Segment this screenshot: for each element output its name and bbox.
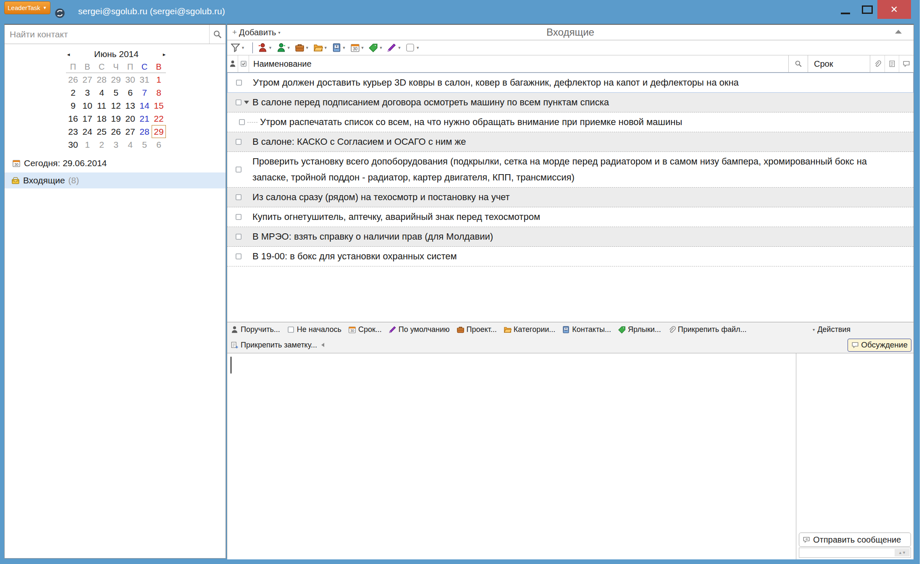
calendar-day[interactable]: 18	[94, 112, 109, 125]
note-editor[interactable]: Отправить сообщение ▲▼	[227, 353, 914, 559]
calendar-filter-button[interactable]: 30▼	[350, 43, 365, 52]
task-checkbox[interactable]	[235, 253, 242, 260]
calendar-day[interactable]: 12	[109, 99, 123, 112]
calendar-day[interactable]: 16	[66, 112, 80, 125]
calendar-day[interactable]: 25	[94, 125, 109, 138]
maximize-button[interactable]	[862, 5, 873, 14]
task-checkbox[interactable]	[235, 213, 242, 221]
pen-action-button[interactable]: По умолчанию	[388, 325, 450, 334]
paperclip-action-button[interactable]: Прикрепить файл...	[668, 325, 747, 334]
task-row[interactable]: В салоне: КАСКО с Согласием и ОСАГО с ни…	[227, 132, 914, 152]
calendar-day[interactable]: 11	[94, 99, 109, 112]
calendar-day[interactable]: 3	[80, 86, 94, 99]
task-row[interactable]: В салоне перед подписанием договора осмо…	[227, 93, 914, 112]
tag-filter-button[interactable]: ▼	[368, 43, 383, 52]
calendar-day[interactable]: 21	[137, 112, 152, 125]
calendar-day[interactable]: 31	[137, 73, 152, 86]
task-row[interactable]: Утром распечатать список со всем, на что…	[227, 112, 914, 132]
note-column-icon[interactable]	[888, 60, 896, 68]
calendar-next-button[interactable]: ▸	[159, 51, 169, 57]
calendar-day[interactable]: 28	[94, 73, 109, 86]
minimize-button[interactable]	[838, 5, 853, 14]
calendar-day[interactable]: 9	[66, 99, 80, 112]
checkbox-action-button[interactable]: Не началось	[287, 325, 341, 334]
search-icon[interactable]	[213, 30, 222, 39]
calendar-day[interactable]: 14	[137, 99, 152, 112]
today-row[interactable]: 30 Сегодня: 29.06.2014	[12, 158, 107, 168]
attach-note-button[interactable]: Прикрепить заметку...	[231, 341, 317, 350]
calendar-day[interactable]: 17	[80, 112, 94, 125]
task-checkbox[interactable]	[235, 193, 242, 201]
contact-filter-button[interactable]: ▼	[332, 43, 346, 52]
task-checkbox[interactable]	[235, 233, 242, 240]
collapse-header-button[interactable]	[895, 30, 902, 34]
task-row[interactable]: Из салона сразу (рядом) на техосмотр и п…	[227, 188, 914, 207]
calendar-day[interactable]: 3	[109, 138, 123, 151]
task-checkbox[interactable]	[235, 79, 243, 86]
discussion-column-icon[interactable]	[903, 60, 910, 68]
calendar-day[interactable]: 13	[123, 99, 137, 112]
contact-search-input[interactable]	[5, 25, 210, 44]
task-checkbox[interactable]	[235, 166, 242, 173]
calendar-day[interactable]: 7	[137, 86, 152, 99]
task-search-icon[interactable]	[795, 60, 802, 68]
calendar-day[interactable]: 29	[109, 73, 123, 86]
calendar-day[interactable]: 30	[66, 138, 80, 151]
folder-action-button[interactable]: Категории...	[504, 325, 555, 334]
calendar-day[interactable]: 26	[66, 73, 80, 86]
filter-filter-button[interactable]: ▼	[231, 43, 245, 52]
calendar-day-today[interactable]: 29	[152, 125, 166, 138]
task-row[interactable]: В 19-00: в бокс для установки охранных с…	[227, 247, 914, 266]
calendar-day[interactable]: 1	[152, 73, 166, 86]
calendar-day[interactable]: 26	[109, 125, 123, 138]
calendar-day[interactable]: 6	[152, 138, 166, 151]
sync-icon[interactable]	[55, 8, 65, 18]
calendar-day[interactable]: 27	[123, 125, 137, 138]
calendar-day[interactable]: 24	[80, 125, 94, 138]
close-button[interactable]: ✕	[877, 0, 911, 19]
spinner-icon[interactable]: ▲▼	[895, 549, 910, 556]
folder-filter-button[interactable]: ▼	[313, 43, 328, 52]
person-red-filter-button[interactable]: ▼	[258, 43, 272, 52]
contact-action-button[interactable]: Контакты...	[562, 325, 611, 334]
actions-menu-button[interactable]: ▾Действия	[813, 325, 850, 334]
tag-action-button[interactable]: Ярлыки...	[618, 325, 661, 334]
collapse-left-icon[interactable]	[321, 343, 324, 347]
calendar-day[interactable]: 5	[137, 138, 152, 151]
expander-icon[interactable]	[244, 101, 249, 104]
blank-filter-button[interactable]: ▼	[405, 43, 420, 52]
calendar-day[interactable]: 27	[80, 73, 94, 86]
status-column-icon[interactable]	[240, 60, 247, 68]
calendar-day[interactable]: 2	[66, 86, 80, 99]
task-row[interactable]: Утром должен доставить курьер 3D ковры в…	[227, 73, 914, 93]
calendar-day[interactable]: 22	[152, 112, 166, 125]
column-due-header[interactable]: Срок	[808, 55, 870, 72]
task-checkbox[interactable]	[235, 99, 242, 106]
calendar-day[interactable]: 19	[109, 112, 123, 125]
calendar-day[interactable]: 20	[123, 112, 137, 125]
send-message-button[interactable]: Отправить сообщение	[799, 533, 911, 547]
message-input[interactable]: ▲▼	[799, 548, 911, 558]
person-green-filter-button[interactable]: ▼	[276, 43, 291, 52]
attachment-column-icon[interactable]	[874, 60, 881, 68]
calendar-day[interactable]: 30	[123, 73, 137, 86]
task-checkbox[interactable]	[235, 138, 242, 146]
calendar-day[interactable]: 10	[80, 99, 94, 112]
calendar-day[interactable]: 28	[137, 125, 152, 138]
sidebar-item-inbox[interactable]: Входящие (8)	[5, 172, 226, 188]
calendar-day[interactable]: 4	[123, 138, 137, 151]
person-gray-action-button[interactable]: Поручить...	[231, 325, 280, 334]
calendar-prev-button[interactable]: ◂	[63, 51, 74, 57]
task-checkbox[interactable]	[238, 118, 246, 126]
column-name-header[interactable]: Наименование	[249, 59, 788, 69]
calendar-day[interactable]: 5	[109, 86, 123, 99]
calendar-day[interactable]: 8	[152, 86, 166, 99]
task-row[interactable]: Купить огнетушитель, аптечку, аварийный …	[227, 207, 914, 227]
task-row[interactable]: Проверить установку всего допоборудовани…	[227, 152, 914, 188]
calendar-day[interactable]: 6	[123, 86, 137, 99]
pen-filter-button[interactable]: ▼	[387, 43, 401, 52]
briefcase-filter-button[interactable]: ▼	[295, 43, 309, 52]
calendar-action-button[interactable]: 30Срок...	[348, 325, 382, 334]
calendar-day[interactable]: 15	[152, 99, 166, 112]
tab-discussion[interactable]: Обсуждение	[848, 339, 911, 352]
